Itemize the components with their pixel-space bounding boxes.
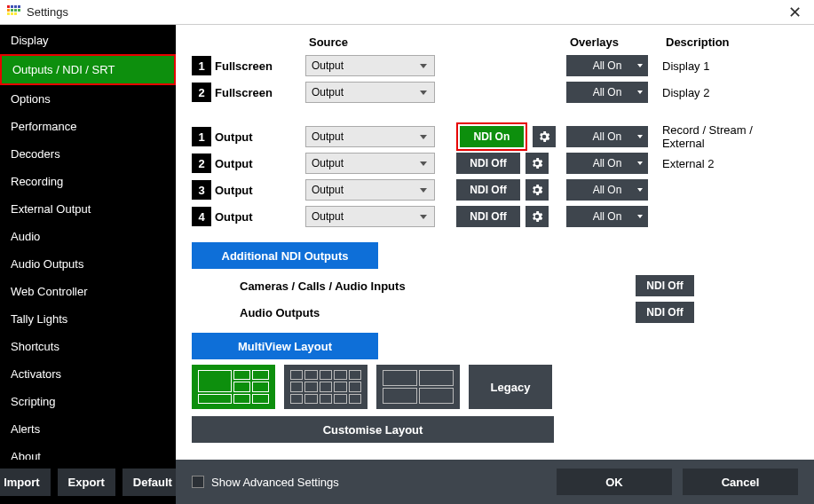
source-dropdown[interactable]: Output (305, 153, 435, 174)
fullscreen-row: 1 Fullscreen Output All On Display 1 (192, 54, 798, 77)
source-dropdown[interactable]: Output (305, 206, 435, 227)
multiview-option-3[interactable] (376, 365, 460, 409)
row-label: Fullscreen (215, 59, 305, 73)
overlays-dropdown[interactable]: All On (566, 206, 648, 227)
ndi-toggle[interactable]: NDI Off (636, 302, 694, 323)
overlays-dropdown[interactable]: All On (566, 179, 648, 201)
export-button[interactable]: Export (58, 469, 115, 496)
sidebar-item-web-controller[interactable]: Web Controller (0, 278, 176, 305)
import-button[interactable]: Import (0, 469, 51, 496)
ndi-toggle[interactable]: NDI Off (456, 179, 520, 201)
ok-button[interactable]: OK (557, 469, 672, 495)
sidebar-item-outputs-ndi-srt[interactable]: Outputs / NDI / SRT (0, 54, 176, 85)
sidebar-item-external-output[interactable]: External Output (0, 195, 176, 223)
gear-icon[interactable] (526, 153, 549, 174)
output-row: 2 Output Output NDI Off All On External … (192, 152, 798, 175)
gear-icon[interactable] (533, 126, 556, 147)
multiview-option-legacy[interactable]: Legacy (469, 365, 552, 409)
additional-ndi-label: Audio Outputs (240, 306, 453, 319)
multiview-options: Legacy (192, 365, 798, 409)
customise-layout-button[interactable]: Customise Layout (192, 416, 554, 443)
source-dropdown[interactable]: Output (305, 126, 435, 147)
row-number: 2 (192, 154, 211, 173)
header-description: Description (666, 35, 798, 49)
column-headers: Source Overlays Description (192, 35, 798, 49)
multiview-layout-header: MultiView Layout (192, 333, 378, 359)
close-icon[interactable]: ✕ (783, 3, 807, 22)
window-title: Settings (27, 5, 783, 19)
gear-icon[interactable] (526, 179, 549, 201)
sidebar-item-performance[interactable]: Performance (0, 113, 176, 140)
output-row: 1 Output Output NDI On All On Record / S… (192, 125, 798, 148)
row-label: Output (215, 130, 305, 144)
additional-ndi-row: Audio Outputs NDI Off (240, 301, 798, 324)
additional-ndi-outputs-button[interactable]: Additional NDI Outputs (192, 242, 378, 269)
source-dropdown[interactable]: Output (305, 82, 435, 103)
sidebar-item-activators[interactable]: Activators (0, 360, 176, 388)
row-label: Fullscreen (215, 86, 305, 99)
default-button[interactable]: Default (122, 469, 183, 496)
source-dropdown[interactable]: Output (305, 179, 435, 201)
row-number: 1 (192, 56, 211, 75)
sidebar-item-shortcuts[interactable]: Shortcuts (0, 333, 176, 360)
row-label: Output (215, 184, 305, 197)
app-logo (7, 5, 21, 20)
sidebar-item-recording[interactable]: Recording (0, 168, 176, 195)
description-text: Record / Stream / External (662, 123, 798, 150)
row-number: 4 (192, 207, 211, 226)
sidebar-item-scripting[interactable]: Scripting (0, 388, 176, 415)
sidebar-item-tally-lights[interactable]: Tally Lights (0, 305, 176, 333)
sidebar: DisplayOutputs / NDI / SRTOptionsPerform… (0, 25, 176, 460)
sidebar-item-alerts[interactable]: Alerts (0, 415, 176, 443)
row-number: 3 (192, 180, 211, 200)
row-label: Output (215, 157, 305, 170)
additional-ndi-row: Cameras / Calls / Audio Inputs NDI Off (240, 274, 798, 297)
description-text: Display 2 (662, 86, 709, 99)
description-text: Display 1 (662, 59, 709, 73)
overlays-dropdown[interactable]: All On (566, 153, 648, 174)
sidebar-item-audio-outputs[interactable]: Audio Outputs (0, 250, 176, 278)
overlays-dropdown[interactable]: All On (566, 82, 648, 103)
footer: Import Export Default Show Advanced Sett… (0, 460, 814, 504)
output-row: 3 Output Output NDI Off All On (192, 178, 798, 201)
output-row: 4 Output Output NDI Off All On (192, 205, 798, 228)
fullscreen-row: 2 Fullscreen Output All On Display 2 (192, 81, 798, 104)
sidebar-item-decoders[interactable]: Decoders (0, 140, 176, 168)
ndi-highlight: NDI On (456, 122, 527, 151)
row-number: 2 (192, 83, 211, 102)
sidebar-item-display[interactable]: Display (0, 27, 176, 54)
overlays-dropdown[interactable]: All On (566, 55, 648, 76)
description-text: External 2 (662, 157, 715, 170)
ndi-toggle[interactable]: NDI Off (456, 206, 520, 227)
sidebar-item-options[interactable]: Options (0, 85, 176, 113)
sidebar-item-audio[interactable]: Audio (0, 223, 176, 250)
multiview-option-2[interactable] (284, 365, 367, 409)
ndi-toggle[interactable]: NDI Off (636, 275, 694, 296)
show-advanced-checkbox[interactable] (192, 476, 204, 488)
header-overlays: Overlays (570, 35, 666, 49)
ndi-toggle[interactable]: NDI On (460, 126, 524, 147)
overlays-dropdown[interactable]: All On (566, 126, 648, 147)
row-number: 1 (192, 127, 211, 146)
header-source: Source (309, 35, 460, 49)
content-pane: Source Overlays Description 1 Fullscreen… (176, 25, 814, 460)
row-label: Output (215, 210, 305, 224)
additional-ndi-label: Cameras / Calls / Audio Inputs (240, 280, 453, 293)
gear-icon[interactable] (526, 206, 549, 227)
source-dropdown[interactable]: Output (305, 55, 435, 76)
multiview-option-1[interactable] (192, 365, 275, 409)
cancel-button[interactable]: Cancel (683, 469, 798, 495)
ndi-toggle[interactable]: NDI Off (456, 153, 520, 174)
show-advanced-label: Show Advanced Settings (211, 476, 339, 489)
titlebar: Settings ✕ (0, 0, 814, 25)
